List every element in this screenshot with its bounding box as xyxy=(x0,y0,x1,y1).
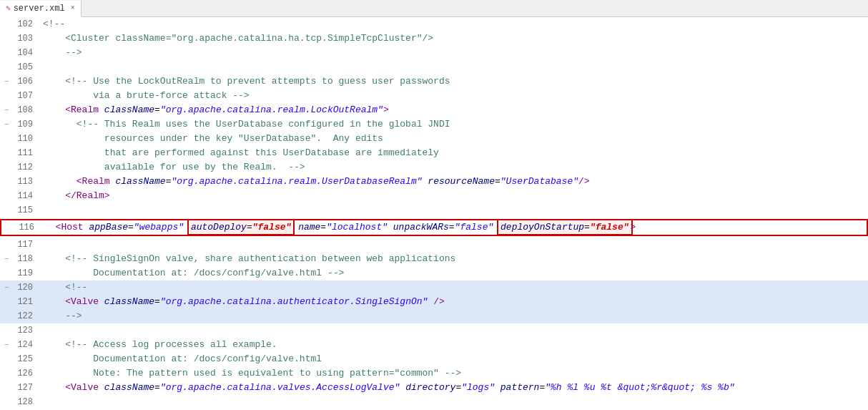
line-content-109: <!-- This Realm uses the UserDatabase co… xyxy=(37,117,868,132)
line-content-118: <!-- SingleSignOn valve, share authentic… xyxy=(37,252,868,266)
line-content-127: <Valve className="org.apache.catalina.va… xyxy=(37,381,868,395)
line-number-105: 105 xyxy=(0,60,37,74)
line-number-128: 128 xyxy=(0,395,37,409)
line-number-107: 107 xyxy=(0,89,37,103)
line-number-109: −109 xyxy=(0,117,37,132)
line-107: 107 via a brute-force attack --> xyxy=(0,89,868,103)
line-106: −106 <!-- Use the LockOutRealm to preven… xyxy=(0,74,868,89)
line-112: 112 available for use by the Realm. --> xyxy=(0,160,868,175)
line-117: 117 xyxy=(0,238,868,252)
fold-indicator[interactable]: − xyxy=(1,255,9,263)
line-number-104: 104 xyxy=(0,46,37,60)
line-105: 105 xyxy=(0,60,868,74)
line-120: −120 <!-- xyxy=(0,280,868,295)
line-number-106: −106 xyxy=(0,74,37,89)
line-number-125: 125 xyxy=(0,352,37,366)
fold-indicator[interactable]: − xyxy=(1,78,9,86)
line-119: 119 Documentation at: /docs/config/valve… xyxy=(0,266,868,280)
line-115: 115 xyxy=(0,203,868,218)
line-number-118: −118 xyxy=(0,252,37,266)
line-number-120: −120 xyxy=(0,280,37,295)
line-content-126: Note: The pattern used is equivalent to … xyxy=(37,366,868,381)
line-content-113: <Realm className="org.apache.catalina.re… xyxy=(37,175,868,189)
line-127: 127 <Valve className="org.apache.catalin… xyxy=(0,381,868,395)
tab-label: server.xml xyxy=(14,4,65,14)
line-110: 110 resources under the key "UserDatabas… xyxy=(0,132,868,146)
line-118: −118 <!-- SingleSignOn valve, share auth… xyxy=(0,252,868,266)
line-content-128 xyxy=(37,395,868,409)
line-content-106: <!-- Use the LockOutRealm to prevent att… xyxy=(37,74,868,89)
fold-indicator[interactable]: − xyxy=(1,341,9,349)
line-number-110: 110 xyxy=(0,132,37,146)
close-icon[interactable]: × xyxy=(71,4,75,12)
line-104: 104 --> xyxy=(0,46,868,60)
fold-indicator[interactable]: − xyxy=(1,121,9,129)
line-102: 102<!-- xyxy=(0,17,868,31)
line-content-115 xyxy=(37,203,868,218)
line-113: 113 <Realm className="org.apache.catalin… xyxy=(0,175,868,189)
line-content-122: --> xyxy=(37,309,868,323)
line-content-107: via a brute-force attack --> xyxy=(37,89,868,103)
tab-bar: ✎ server.xml × xyxy=(0,0,868,17)
line-number-111: 111 xyxy=(0,146,37,160)
xml-icon: ✎ xyxy=(6,4,11,13)
line-number-122: 122 xyxy=(0,309,37,323)
line-126: 126 Note: The pattern used is equivalent… xyxy=(0,366,868,381)
line-content-103: <Cluster className="org.apache.catalina.… xyxy=(37,31,868,46)
line-number-126: 126 xyxy=(0,366,37,381)
line-121: 121 <Valve className="org.apache.catalin… xyxy=(0,295,868,309)
line-content-114: </Realm> xyxy=(37,189,868,203)
line-114: 114 </Realm> xyxy=(0,189,868,203)
line-number-119: 119 xyxy=(0,266,37,280)
line-number-115: 115 xyxy=(0,203,37,218)
line-number-108: −108 xyxy=(0,103,37,117)
line-124: −124 <!-- Access log processes all examp… xyxy=(0,338,868,352)
line-content-120: <!-- xyxy=(37,280,868,295)
line-number-123: 123 xyxy=(0,323,37,338)
line-content-104: --> xyxy=(37,46,868,60)
line-number-116: 116 xyxy=(1,220,39,235)
line-content-102: <!-- xyxy=(37,17,868,31)
line-number-103: 103 xyxy=(0,31,37,46)
line-content-112: available for use by the Realm. --> xyxy=(37,160,868,175)
line-content-117 xyxy=(37,238,868,252)
line-number-121: 121 xyxy=(0,295,37,309)
line-content-110: resources under the key "UserDatabase". … xyxy=(37,132,868,146)
code-area: 102<!--103 <Cluster className="org.apach… xyxy=(0,17,868,409)
fold-indicator[interactable]: − xyxy=(1,107,9,114)
line-content-124: <!-- Access log processes all example. xyxy=(37,338,868,352)
line-content-125: Documentation at: /docs/config/valve.htm… xyxy=(37,352,868,366)
line-116: 116 <Host appBase="webapps" autoDeploy="… xyxy=(0,219,868,236)
line-number-114: 114 xyxy=(0,189,37,203)
line-content-116: <Host appBase="webapps" autoDeploy="fals… xyxy=(39,220,867,235)
line-content-111: that are performed against this UserData… xyxy=(37,146,868,160)
line-125: 125 Documentation at: /docs/config/valve… xyxy=(0,352,868,366)
fold-indicator[interactable]: − xyxy=(1,284,9,292)
line-number-112: 112 xyxy=(0,160,37,175)
editor: 102<!--103 <Cluster className="org.apach… xyxy=(0,17,868,410)
line-111: 111 that are performed against this User… xyxy=(0,146,868,160)
line-number-113: 113 xyxy=(0,175,37,189)
line-108: −108 <Realm className="org.apache.catali… xyxy=(0,103,868,117)
line-123: 123 xyxy=(0,323,868,338)
line-content-123 xyxy=(37,323,868,338)
line-content-121: <Valve className="org.apache.catalina.au… xyxy=(37,295,868,309)
line-number-124: −124 xyxy=(0,338,37,352)
line-content-119: Documentation at: /docs/config/valve.htm… xyxy=(37,266,868,280)
line-content-108: <Realm className="org.apache.catalina.re… xyxy=(37,103,868,117)
line-number-127: 127 xyxy=(0,381,37,395)
line-103: 103 <Cluster className="org.apache.catal… xyxy=(0,31,868,46)
line-122: 122 --> xyxy=(0,309,868,323)
line-content-105 xyxy=(37,60,868,74)
tab-server-xml[interactable]: ✎ server.xml × xyxy=(0,1,82,17)
line-128: 128 xyxy=(0,395,868,409)
line-number-102: 102 xyxy=(0,17,37,31)
line-109: −109 <!-- This Realm uses the UserDataba… xyxy=(0,117,868,132)
line-number-117: 117 xyxy=(0,238,37,252)
